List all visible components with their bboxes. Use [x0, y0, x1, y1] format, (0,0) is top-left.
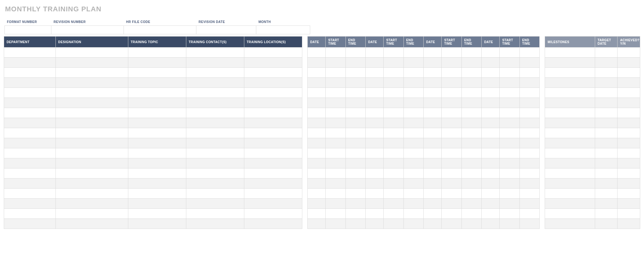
cell-end-time-1[interactable]	[345, 48, 365, 58]
cell-start-time-1[interactable]	[326, 48, 345, 58]
cell-target-date[interactable]	[595, 179, 618, 189]
cell-date-2[interactable]	[365, 48, 383, 58]
cell-milestones[interactable]	[545, 189, 595, 199]
cell-end-time-2[interactable]	[403, 68, 423, 78]
cell-start-time-3[interactable]	[442, 219, 461, 229]
cell-end-time-3[interactable]	[461, 68, 481, 78]
cell-department[interactable]	[4, 128, 56, 138]
cell-start-time-1[interactable]	[326, 189, 345, 199]
cell-training-locations[interactable]	[244, 189, 302, 199]
cell-start-time-4[interactable]	[500, 108, 519, 118]
cell-end-time-1[interactable]	[345, 118, 365, 128]
cell-end-time-1[interactable]	[345, 88, 365, 98]
cell-achieved[interactable]	[618, 209, 640, 219]
cell-achieved[interactable]	[618, 128, 640, 138]
cell-achieved[interactable]	[618, 179, 640, 189]
cell-achieved[interactable]	[618, 108, 640, 118]
cell-start-time-2[interactable]	[384, 209, 403, 219]
cell-end-time-2[interactable]	[403, 199, 423, 209]
cell-department[interactable]	[4, 189, 56, 199]
cell-training-contacts[interactable]	[186, 209, 244, 219]
cell-training-locations[interactable]	[244, 48, 302, 58]
cell-start-time-4[interactable]	[500, 158, 519, 168]
cell-end-time-4[interactable]	[519, 219, 539, 229]
cell-achieved[interactable]	[618, 118, 640, 128]
cell-end-time-1[interactable]	[345, 78, 365, 88]
cell-training-topic[interactable]	[128, 128, 186, 138]
cell-training-topic[interactable]	[128, 168, 186, 179]
cell-training-topic[interactable]	[128, 58, 186, 68]
cell-training-topic[interactable]	[128, 48, 186, 58]
cell-training-locations[interactable]	[244, 209, 302, 219]
cell-target-date[interactable]	[595, 148, 618, 158]
cell-start-time-2[interactable]	[384, 88, 403, 98]
cell-end-time-4[interactable]	[519, 58, 539, 68]
cell-end-time-3[interactable]	[461, 219, 481, 229]
hr-file-code-input[interactable]	[124, 26, 196, 34]
cell-date-2[interactable]	[365, 189, 383, 199]
cell-end-time-3[interactable]	[461, 179, 481, 189]
cell-start-time-4[interactable]	[500, 148, 519, 158]
cell-designation[interactable]	[55, 158, 128, 168]
cell-department[interactable]	[4, 48, 56, 58]
cell-date-2[interactable]	[365, 209, 383, 219]
cell-date-3[interactable]	[423, 68, 441, 78]
cell-achieved[interactable]	[618, 78, 640, 88]
cell-end-time-3[interactable]	[461, 78, 481, 88]
cell-start-time-2[interactable]	[384, 78, 403, 88]
cell-training-locations[interactable]	[244, 128, 302, 138]
cell-start-time-2[interactable]	[384, 179, 403, 189]
cell-date-3[interactable]	[423, 108, 441, 118]
cell-date-4[interactable]	[481, 148, 499, 158]
cell-start-time-4[interactable]	[500, 48, 519, 58]
cell-date-4[interactable]	[481, 209, 499, 219]
cell-date-2[interactable]	[365, 58, 383, 68]
cell-date-2[interactable]	[365, 148, 383, 158]
cell-training-topic[interactable]	[128, 199, 186, 209]
cell-date-3[interactable]	[423, 48, 441, 58]
cell-target-date[interactable]	[595, 98, 618, 108]
cell-date-1[interactable]	[307, 68, 325, 78]
cell-start-time-4[interactable]	[500, 138, 519, 148]
cell-training-contacts[interactable]	[186, 108, 244, 118]
cell-end-time-2[interactable]	[403, 158, 423, 168]
cell-end-time-3[interactable]	[461, 209, 481, 219]
cell-date-3[interactable]	[423, 98, 441, 108]
cell-training-locations[interactable]	[244, 68, 302, 78]
cell-start-time-1[interactable]	[326, 148, 345, 158]
cell-training-locations[interactable]	[244, 108, 302, 118]
cell-training-locations[interactable]	[244, 158, 302, 168]
cell-milestones[interactable]	[545, 78, 595, 88]
cell-date-1[interactable]	[307, 189, 325, 199]
cell-start-time-4[interactable]	[500, 58, 519, 68]
cell-department[interactable]	[4, 209, 56, 219]
cell-start-time-3[interactable]	[442, 78, 461, 88]
cell-date-3[interactable]	[423, 199, 441, 209]
cell-milestones[interactable]	[545, 48, 595, 58]
cell-date-3[interactable]	[423, 158, 441, 168]
cell-start-time-2[interactable]	[384, 98, 403, 108]
cell-end-time-2[interactable]	[403, 179, 423, 189]
cell-achieved[interactable]	[618, 199, 640, 209]
cell-date-4[interactable]	[481, 128, 499, 138]
cell-date-2[interactable]	[365, 108, 383, 118]
cell-end-time-1[interactable]	[345, 209, 365, 219]
cell-start-time-2[interactable]	[384, 189, 403, 199]
cell-department[interactable]	[4, 68, 56, 78]
cell-date-4[interactable]	[481, 88, 499, 98]
cell-designation[interactable]	[55, 88, 128, 98]
cell-start-time-4[interactable]	[500, 209, 519, 219]
cell-achieved[interactable]	[618, 219, 640, 229]
cell-start-time-2[interactable]	[384, 168, 403, 179]
cell-end-time-2[interactable]	[403, 148, 423, 158]
cell-training-contacts[interactable]	[186, 148, 244, 158]
cell-end-time-2[interactable]	[403, 219, 423, 229]
cell-date-4[interactable]	[481, 98, 499, 108]
cell-date-3[interactable]	[423, 88, 441, 98]
cell-target-date[interactable]	[595, 48, 618, 58]
cell-training-contacts[interactable]	[186, 138, 244, 148]
cell-end-time-4[interactable]	[519, 179, 539, 189]
cell-target-date[interactable]	[595, 219, 618, 229]
cell-start-time-1[interactable]	[326, 108, 345, 118]
cell-start-time-2[interactable]	[384, 48, 403, 58]
